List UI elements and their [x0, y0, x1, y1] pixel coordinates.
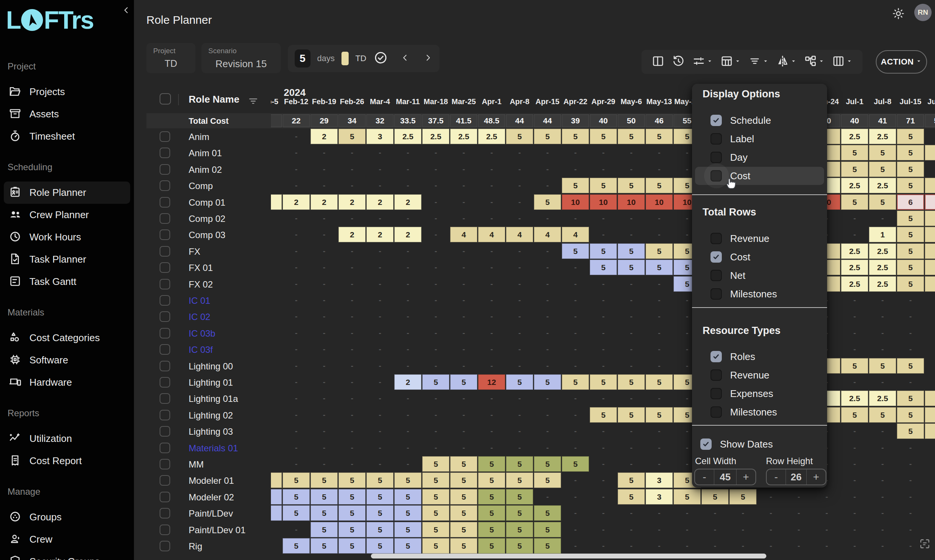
grid-cell-empty[interactable]: -: [646, 522, 673, 537]
grid-cell[interactable]: 5: [422, 472, 449, 488]
grid-cell-empty[interactable]: -: [271, 456, 282, 472]
grid-cell-empty[interactable]: -: [897, 309, 924, 324]
grid-cell[interactable]: 5: [729, 489, 757, 505]
grid-cell-empty[interactable]: -: [422, 407, 449, 423]
grid-cell-empty[interactable]: -: [590, 358, 617, 374]
grid-cell-empty[interactable]: -: [366, 374, 394, 390]
grid-cell[interactable]: 5: [422, 489, 449, 505]
grid-cell[interactable]: 4: [506, 227, 533, 242]
grid-cell[interactable]: 5: [271, 489, 282, 505]
grid-cell[interactable]: 5: [394, 522, 421, 537]
grid-cell-empty[interactable]: -: [841, 538, 868, 554]
grid-cell[interactable]: 5: [506, 456, 533, 472]
grid-cell-empty[interactable]: -: [757, 538, 784, 554]
grid-cell-empty[interactable]: -: [562, 292, 589, 308]
grid-cell-empty[interactable]: -: [590, 292, 617, 308]
row-checkbox[interactable]: [160, 410, 170, 420]
grid-cell-empty[interactable]: -: [869, 522, 896, 537]
sidebar-item-utilization[interactable]: Utilization: [0, 428, 134, 450]
grid-cell-empty[interactable]: -: [283, 342, 310, 357]
grid-cell[interactable]: 5: [283, 489, 310, 505]
checkbox-net[interactable]: [710, 270, 722, 281]
grid-cell-empty[interactable]: -: [366, 391, 394, 406]
grid-cell-empty[interactable]: -: [925, 342, 935, 357]
grid-cell-empty[interactable]: -: [534, 276, 561, 292]
grid-cell[interactable]: 5: [646, 243, 673, 259]
grid-cell[interactable]: 5: [534, 505, 561, 521]
row-checkbox[interactable]: [160, 443, 170, 453]
grid-cell-empty[interactable]: -: [450, 162, 477, 177]
grid-cell-empty[interactable]: -: [283, 522, 310, 537]
grid-cell-empty[interactable]: -: [478, 243, 505, 259]
grid-cell-empty[interactable]: -: [338, 276, 366, 292]
grid-cell-empty[interactable]: -: [646, 505, 673, 521]
grid-cell-empty[interactable]: -: [478, 309, 505, 324]
grid-cell-empty[interactable]: -: [674, 505, 701, 521]
grid-cell-empty[interactable]: -: [271, 358, 282, 374]
sidebar-item-role-planner[interactable]: Role Planner: [4, 182, 130, 204]
grid-cell-empty[interactable]: -: [311, 456, 338, 472]
panel-option-display-options-label[interactable]: Label: [695, 130, 824, 148]
grid-cell-empty[interactable]: -: [562, 538, 589, 554]
grid-cell-empty[interactable]: -: [562, 407, 589, 423]
grid-cell-empty[interactable]: -: [534, 325, 561, 341]
grid-cell-empty[interactable]: -: [590, 440, 617, 455]
grid-cell[interactable]: 5: [618, 243, 645, 259]
grid-cell[interactable]: 2.5: [841, 243, 868, 259]
grid-cell[interactable]: 5: [366, 538, 394, 554]
grid-cell-empty[interactable]: -: [450, 358, 477, 374]
row-height-decrease-button[interactable]: -: [767, 469, 786, 485]
grid-cell[interactable]: 2.5: [841, 276, 868, 292]
grid-cell-empty[interactable]: -: [311, 391, 338, 406]
grid-cell-empty[interactable]: -: [366, 145, 394, 160]
grid-cell-empty[interactable]: -: [674, 522, 701, 537]
grid-cell[interactable]: 5: [841, 358, 868, 374]
grid-cell-empty[interactable]: -: [674, 538, 701, 554]
checkbox-milestones[interactable]: [710, 406, 722, 418]
grid-cell-empty[interactable]: -: [338, 423, 366, 439]
grid-cell-empty[interactable]: -: [311, 145, 338, 160]
grid-cell-empty[interactable]: -: [271, 178, 282, 193]
grid-cell-empty[interactable]: -: [311, 178, 338, 193]
grid-cell-empty[interactable]: -: [506, 194, 533, 210]
grid-cell-empty[interactable]: -: [506, 423, 533, 439]
row-checkbox[interactable]: [160, 246, 170, 257]
row-checkbox[interactable]: [160, 213, 170, 224]
row-checkbox[interactable]: [160, 295, 170, 306]
grid-cell[interactable]: 5: [897, 423, 924, 439]
grid-cell-empty[interactable]: -: [618, 456, 645, 472]
grid-cell-empty[interactable]: -: [506, 440, 533, 455]
grid-cell-empty[interactable]: -: [646, 211, 673, 226]
grid-cell-empty[interactable]: -: [394, 292, 421, 308]
grid-cell-empty[interactable]: -: [283, 211, 310, 226]
row-checkbox[interactable]: [160, 328, 170, 338]
grid-cell-empty[interactable]: -: [646, 162, 673, 177]
grid-cell[interactable]: 5: [897, 162, 924, 177]
grid-cell-empty[interactable]: -: [506, 358, 533, 374]
grid-cell-empty[interactable]: -: [478, 162, 505, 177]
grid-cell-empty[interactable]: -: [618, 440, 645, 455]
grid-cell-empty[interactable]: -: [869, 440, 896, 455]
grid-cell[interactable]: 5: [534, 522, 561, 537]
filter-icon[interactable]: [247, 95, 259, 109]
grid-cell-empty[interactable]: -: [283, 456, 310, 472]
grid-cell[interactable]: 5: [338, 538, 366, 554]
grid-cell[interactable]: 2.5: [478, 129, 505, 144]
grid-cell[interactable]: 5: [869, 407, 896, 423]
grid-cell-empty[interactable]: -: [478, 145, 505, 160]
grid-cell-empty[interactable]: -: [478, 194, 505, 210]
grid-cell[interactable]: 5: [506, 505, 533, 521]
grid-cell-empty[interactable]: -: [283, 325, 310, 341]
panel-option-total-rows-cost[interactable]: Cost: [695, 248, 824, 266]
grid-cell[interactable]: 5: [534, 374, 561, 390]
grid-cell-empty[interactable]: -: [869, 342, 896, 357]
grid-cell-empty[interactable]: -: [366, 178, 394, 193]
grid-cell-empty[interactable]: -: [506, 407, 533, 423]
grid-cell[interactable]: 5: [590, 260, 617, 275]
grid-cell-empty[interactable]: -: [646, 423, 673, 439]
grid-cell-empty[interactable]: -: [925, 358, 935, 374]
grid-cell-empty[interactable]: -: [618, 276, 645, 292]
grid-cell-empty[interactable]: -: [646, 276, 673, 292]
panel-option-show-dates[interactable]: Show Dates: [695, 435, 824, 453]
grid-cell-empty[interactable]: -: [925, 472, 935, 488]
